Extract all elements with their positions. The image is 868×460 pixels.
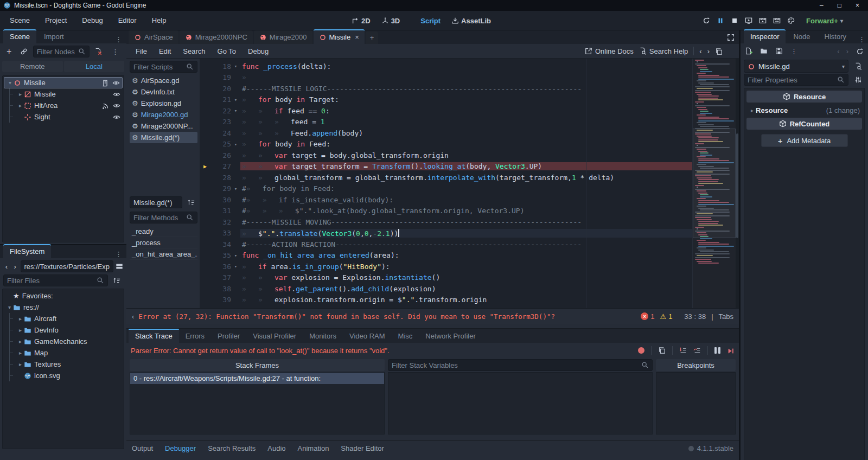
- play-scene-button[interactable]: [759, 17, 767, 24]
- restart-button[interactable]: [703, 17, 710, 24]
- script-icon[interactable]: [101, 79, 109, 87]
- tab-import[interactable]: Import: [37, 29, 71, 43]
- menu-help[interactable]: Help: [146, 14, 172, 27]
- fs-item-gamemechanics[interactable]: ▸GameMechanics: [4, 336, 123, 347]
- mode-assetlib-button[interactable]: AssetLib: [451, 17, 491, 25]
- code-line-32[interactable]: 32 #------MISSILE MOVING----------------…: [200, 216, 739, 228]
- resource-extra-menu-icon[interactable]: ⋮: [790, 47, 797, 55]
- history-forward-button[interactable]: ›: [707, 47, 710, 55]
- expand-icon[interactable]: ▸: [17, 361, 24, 367]
- fs-item-favorites-[interactable]: ★Favorites:: [4, 290, 123, 302]
- scene-node-missile[interactable]: ▾ Missile: [4, 77, 123, 88]
- mode-3d-button[interactable]: 3D: [381, 17, 400, 25]
- code-line-38[interactable]: 38 »»self.get_parent().add_child(explosi…: [200, 283, 739, 295]
- menu-editor[interactable]: Editor: [113, 14, 142, 27]
- debugger-tab-misc[interactable]: Misc: [392, 330, 419, 343]
- filter-scripts-input[interactable]: Filter Scripts: [130, 61, 197, 73]
- fs-back-button[interactable]: ‹: [3, 260, 10, 272]
- code-minimap[interactable]: [692, 59, 736, 308]
- fs-path-input[interactable]: res://Textures/Particles/Exp: [21, 260, 114, 272]
- menu-scene[interactable]: Scene: [4, 14, 35, 27]
- movie-maker-button[interactable]: [787, 17, 795, 24]
- fold-arrow-icon[interactable]: ▾: [231, 108, 240, 113]
- break-button[interactable]: [714, 347, 720, 354]
- open-docs-button[interactable]: [852, 60, 865, 72]
- code-line-36[interactable]: 36 ▾ »if area.is_in_group("HitBody"):: [200, 261, 739, 272]
- debugger-tab-video-ram[interactable]: Video RAM: [343, 330, 392, 343]
- script-item-0[interactable]: ⚙ AirSpace.gd: [130, 75, 197, 86]
- prev-error-button[interactable]: ‹: [132, 312, 134, 321]
- code-line-22[interactable]: 22 ▾ »»if feed == 0:: [200, 105, 739, 117]
- stack-frame-0[interactable]: 0 - res://Aircraft/Weapons/Scripts/Missi…: [130, 373, 384, 384]
- code-line-24[interactable]: 24 »»»Feed.append(body): [200, 127, 739, 139]
- fs-forward-button[interactable]: ›: [12, 260, 18, 272]
- script-menu-debug[interactable]: Debug: [243, 46, 273, 57]
- code-line-35[interactable]: 35 ▾ func _on_hit_area_area_entered(area…: [200, 250, 739, 261]
- inspector-forward-button[interactable]: ›: [846, 47, 848, 55]
- inspector-back-button[interactable]: ‹: [837, 47, 839, 55]
- stop-button[interactable]: [731, 17, 738, 24]
- edited-object-selector[interactable]: Missile.gd ▾: [744, 60, 848, 73]
- code-line-29[interactable]: 29 ▾ #»for body in Feed:: [200, 183, 739, 195]
- tab-history[interactable]: History: [818, 29, 853, 43]
- menu-project[interactable]: Project: [40, 14, 72, 27]
- script-sort-button[interactable]: [184, 196, 197, 208]
- collapse-icon[interactable]: ▾: [7, 80, 14, 86]
- code-line-31[interactable]: 31 #»»»$".".look_at(body.global_transfor…: [200, 206, 739, 217]
- history-icon[interactable]: [856, 48, 864, 55]
- code-line-21[interactable]: 21 ▾ »for body in Target:: [200, 94, 739, 106]
- search-help-button[interactable]: Search Help: [639, 47, 688, 55]
- debugger-tab-network-profiler[interactable]: Network Profiler: [419, 330, 482, 343]
- fold-arrow-icon[interactable]: ▾: [231, 97, 240, 103]
- filter-stack-variables-input[interactable]: Filter Stack Variables: [388, 359, 653, 371]
- indent-type[interactable]: Tabs: [719, 312, 733, 321]
- execution-arrow-icon[interactable]: ▶: [200, 163, 210, 169]
- step-into-button[interactable]: [679, 347, 687, 354]
- status-error-text[interactable]: Error at (27, 32): Function "Transform()…: [138, 312, 555, 321]
- script-menu-search[interactable]: Search: [178, 46, 210, 57]
- play-custom-scene-button[interactable]: [773, 17, 781, 24]
- code-line-30[interactable]: 30 #»»if is_instance_valid(body):: [200, 194, 739, 206]
- method-item-0[interactable]: _ready: [130, 226, 197, 237]
- maximize-button[interactable]: □: [838, 2, 841, 9]
- script-menu-edit[interactable]: Edit: [154, 46, 176, 57]
- scene-dock-menu-icon[interactable]: ⋮: [111, 35, 126, 43]
- bottom-tab-output[interactable]: Output: [132, 444, 153, 452]
- debugger-tab-stack-trace[interactable]: Stack Trace: [129, 329, 179, 343]
- property-tools-button[interactable]: [852, 74, 865, 86]
- renderer-profile-button[interactable]: Forward+ ▾: [806, 11, 843, 30]
- fs-sort-button[interactable]: [110, 274, 123, 286]
- visibility-icon[interactable]: [113, 102, 120, 110]
- script-menu-go-to[interactable]: Go To: [213, 46, 241, 57]
- script-item-4[interactable]: ⚙ Mirage2000NP...: [130, 120, 197, 132]
- code-line-28[interactable]: 28 »»global_transform = global_transform…: [200, 172, 739, 183]
- scene-node-hitarea[interactable]: ▸ HitArea: [4, 100, 123, 111]
- signal-icon[interactable]: [102, 102, 110, 110]
- copy-error-button[interactable]: [658, 347, 666, 354]
- scene-tab-airspace[interactable]: AirSpace: [129, 30, 178, 44]
- script-item-3[interactable]: ⚙ Mirage2000.gd: [130, 109, 197, 120]
- resource-category-header[interactable]: Resource: [746, 91, 862, 103]
- stack-frames-list[interactable]: 0 - res://Aircraft/Weapons/Scripts/Missi…: [130, 372, 385, 435]
- script-item-5[interactable]: ⚙ Missile.gd(*): [130, 132, 197, 143]
- filter-methods-input[interactable]: Filter Methods: [130, 212, 197, 223]
- expand-icon[interactable]: ▸: [17, 91, 24, 97]
- scene-tree-menu-icon[interactable]: ⋮: [107, 48, 123, 56]
- fs-item-aircraft[interactable]: ▸Aircraft: [4, 313, 123, 324]
- fold-arrow-icon[interactable]: ▾: [231, 63, 240, 69]
- script-menu-file[interactable]: File: [131, 46, 152, 57]
- code-line-20[interactable]: 20 #------MISSILE LOGIC-----------------…: [200, 83, 739, 94]
- expand-icon[interactable]: ▸: [17, 350, 24, 356]
- debugger-tab-visual-profiler[interactable]: Visual Profiler: [246, 330, 303, 343]
- fs-item-res-[interactable]: ▾res://: [4, 302, 123, 313]
- script-item-2[interactable]: ⚙ Explosion.gd: [130, 98, 197, 109]
- add-node-button[interactable]: +: [3, 46, 15, 58]
- refcounted-category-header[interactable]: RefCounted: [746, 118, 862, 130]
- fold-arrow-icon[interactable]: ▾: [231, 253, 240, 258]
- save-resource-button[interactable]: [775, 47, 783, 55]
- new-scene-tab-button[interactable]: +: [366, 31, 379, 44]
- minimize-button[interactable]: –: [820, 2, 824, 9]
- code-line-37[interactable]: 37 »»var explosion = Explosion.instantia…: [200, 272, 739, 284]
- load-resource-button[interactable]: [760, 47, 768, 55]
- error-count-icon[interactable]: ×: [641, 312, 648, 320]
